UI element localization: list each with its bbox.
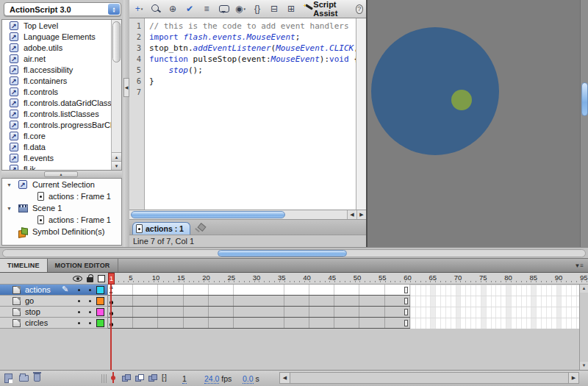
lock-dot[interactable] <box>89 311 91 313</box>
show-hide-layers-icon[interactable] <box>73 276 82 282</box>
panel-resize-grip[interactable] <box>101 374 108 383</box>
toolbox-item-language-elements[interactable]: ↗Language Elements <box>2 31 121 42</box>
auto-format-icon[interactable]: ≡ <box>201 3 212 15</box>
pane-splitter[interactable]: ▲ <box>1 171 122 178</box>
editor-horizontal-scrollbar[interactable]: ◀ ▶ <box>129 210 366 220</box>
lock-layers-icon[interactable] <box>87 277 93 282</box>
document-hscroll-track[interactable] <box>2 249 586 257</box>
stage-vscroll-thumb[interactable] <box>581 82 588 116</box>
time-value[interactable]: 0.0 <box>243 374 254 384</box>
layer-color-swatch[interactable] <box>96 286 104 294</box>
frame-span-circles[interactable] <box>108 318 410 329</box>
scroll-down-icon[interactable]: ▼ <box>580 362 588 370</box>
visibility-dot[interactable] <box>78 311 80 313</box>
document-hscroll-thumb[interactable] <box>218 250 347 257</box>
toolbox-item-fl-containers[interactable]: ↗fl.containers <box>2 75 121 86</box>
new-folder-button[interactable] <box>19 375 29 382</box>
find-icon[interactable] <box>151 3 161 15</box>
tab-timeline[interactable]: TIMELINE <box>0 259 48 272</box>
timeline-vertical-scrollbar[interactable]: ▲ ▼ <box>579 285 588 370</box>
scroll-left-icon[interactable]: ◀ <box>280 373 290 383</box>
layer-name-stop[interactable]: stop <box>0 307 108 318</box>
tab-motion-editor[interactable]: MOTION EDITOR <box>48 259 118 272</box>
collapse-selection-icon[interactable]: ⊟ <box>269 3 279 15</box>
add-script-item-icon[interactable]: +▾ <box>134 3 144 15</box>
document-horizontal-scrollbar[interactable] <box>0 247 588 259</box>
splitter-grip-icon[interactable]: ▲ <box>44 171 78 177</box>
panel-divider[interactable]: ◀ <box>123 0 129 247</box>
scroll-down-icon[interactable]: ▼ <box>112 161 121 170</box>
frame-span-actions[interactable]: a <box>108 285 410 296</box>
toolbox-scrollbar[interactable]: ▲ ▼ <box>111 20 121 170</box>
navigator-item-frame[interactable]: actions : Frame 1 <box>2 190 121 202</box>
toolbox-item-fl-controls-progressbarclasses[interactable]: ↗fl.controls.progressBarClasses <box>2 119 121 130</box>
green-circle[interactable] <box>451 90 472 110</box>
disclosure-triangle-icon[interactable]: ▼ <box>7 206 14 211</box>
onion-skin-button[interactable] <box>135 374 145 383</box>
actionscript-version-dropdown[interactable]: ActionScript 3.0 ▲▼ <box>4 2 121 16</box>
navigator-item-selection-arrow[interactable]: ▼↗Current Selection <box>2 179 121 190</box>
scroll-left-icon[interactable]: ◀ <box>347 210 356 219</box>
playhead[interactable]: 1 <box>108 273 115 285</box>
disclosure-triangle-icon[interactable]: ▼ <box>7 182 14 187</box>
show-code-hint-icon[interactable] <box>218 3 229 15</box>
collapse-between-braces-icon[interactable]: {} <box>252 3 262 15</box>
navigator-item-scene[interactable]: ▼Scene 1 <box>2 202 121 214</box>
collapse-handle-icon[interactable]: ◀ <box>123 78 129 97</box>
toolbox-item-fl-controls-listclasses[interactable]: ↗fl.controls.listClasses <box>2 108 121 119</box>
current-frame-readout[interactable]: 1 <box>182 374 187 384</box>
editor-hscroll-thumb[interactable] <box>131 211 285 218</box>
toolbox-item-fl-controls[interactable]: ↗fl.controls <box>2 86 121 97</box>
toolbox-item-fl-events[interactable]: ↗fl.events <box>2 152 121 163</box>
editor-vertical-scrollbar[interactable] <box>356 18 366 210</box>
scroll-right-icon[interactable]: ▶ <box>356 210 366 219</box>
help-icon[interactable]: ? <box>356 4 363 14</box>
toolbox-item-fl-ik[interactable]: ↗fl.ik <box>2 163 121 171</box>
toolbox-item-fl-data[interactable]: ↗fl.data <box>2 141 121 152</box>
center-frame-button[interactable] <box>122 374 132 383</box>
layer-color-swatch[interactable] <box>96 297 104 305</box>
playhead-bottom-marker[interactable] <box>112 372 114 383</box>
toolbox-item-air-net[interactable]: ↗air.net <box>2 53 121 64</box>
scroll-up-icon[interactable]: ▲ <box>112 152 121 161</box>
toolbox-item-fl-accessibility[interactable]: ↗fl.accessibility <box>2 64 121 75</box>
layer-color-swatch[interactable] <box>96 308 104 316</box>
layer-name-go[interactable]: go <box>0 296 108 307</box>
navigator-item-symbol[interactable]: Symbol Definition(s) <box>2 226 121 237</box>
scroll-up-icon[interactable]: ▲ <box>580 285 588 293</box>
frame-span-stop[interactable] <box>108 307 410 318</box>
layer-name-circles[interactable]: circles <box>0 318 108 329</box>
stage-vertical-scrollbar[interactable] <box>580 0 588 247</box>
visibility-dot[interactable] <box>78 322 80 324</box>
outline-layers-icon[interactable] <box>98 275 105 282</box>
toolbox-item-fl-core[interactable]: ↗fl.core <box>2 130 121 141</box>
visibility-dot[interactable] <box>78 289 80 291</box>
navigator-item-frame[interactable]: actions : Frame 1 <box>2 214 121 226</box>
visibility-dot[interactable] <box>78 300 80 302</box>
panel-menu-icon[interactable]: ▼≡ <box>574 262 584 269</box>
edit-multiple-frames-button[interactable]: [·] <box>162 374 166 382</box>
toolbox-item-adobe-utils[interactable]: ↗adobe.utils <box>2 42 121 53</box>
insert-target-path-icon[interactable]: ⊕ <box>168 3 178 15</box>
toolbox-scrollbar-thumb[interactable] <box>112 21 121 62</box>
toolbox-item-top-level[interactable]: ↗Top Level <box>2 20 121 31</box>
timeline-horizontal-scrollbar[interactable]: ◀ ▶ <box>279 372 579 384</box>
dropdown-stepper-icon[interactable]: ▲▼ <box>108 4 120 15</box>
toolbox-item-fl-controls-datagridclasses[interactable]: ↗fl.controls.dataGridClasses <box>2 97 121 108</box>
delete-layer-button[interactable] <box>34 374 40 382</box>
onion-skin-outlines-button[interactable] <box>148 374 158 383</box>
timeline-ruler[interactable]: 5101520253035404550556065707580859095 <box>108 273 588 285</box>
script-assist-button[interactable]: Script Assist <box>303 0 350 18</box>
layer-name-actions[interactable]: actions✎ <box>0 285 108 296</box>
lock-dot[interactable] <box>89 300 91 302</box>
expand-all-icon[interactable]: ⊞ <box>286 3 296 15</box>
script-tab-actions[interactable]: actions : 1 <box>132 222 190 235</box>
layer-color-swatch[interactable] <box>96 319 104 327</box>
scroll-right-icon[interactable]: ▶ <box>568 373 578 383</box>
stage[interactable] <box>368 0 588 247</box>
blue-circle[interactable] <box>371 27 499 155</box>
frame-span-go[interactable] <box>108 296 410 307</box>
debug-options-icon[interactable]: ◉▾ <box>235 3 245 15</box>
pin-script-icon[interactable] <box>195 224 205 232</box>
check-syntax-icon[interactable]: ✔ <box>184 3 195 15</box>
